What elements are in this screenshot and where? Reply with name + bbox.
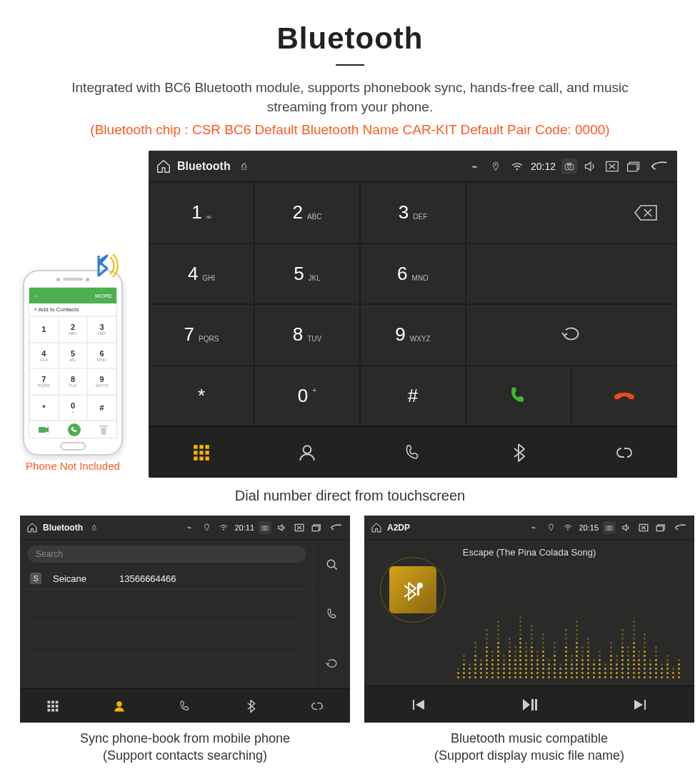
contact-name: Seicane: [53, 573, 86, 584]
svg-rect-18: [205, 456, 209, 460]
prev-track-button[interactable]: [364, 686, 474, 723]
svg-rect-44: [417, 585, 419, 595]
dialer-topbar: Bluetooth ⎙ ⌁ 20:12: [149, 151, 677, 182]
svg-rect-35: [56, 708, 59, 711]
key-star[interactable]: *: [149, 366, 254, 427]
tab-dialpad[interactable]: [149, 427, 254, 478]
key-call[interactable]: [466, 366, 571, 427]
phone-call-icon: [67, 423, 81, 437]
side-call-icon[interactable]: [313, 590, 350, 639]
contact-initial-badge: S: [30, 573, 41, 584]
phone-illustration: ← MORE + Add to Contacts 1 2ABC 3DEF 4GH…: [13, 270, 133, 478]
volume-icon[interactable]: [276, 521, 289, 534]
svg-rect-9: [628, 164, 637, 171]
svg-point-36: [116, 701, 122, 707]
screenshot-icon[interactable]: [603, 521, 616, 534]
key-redial[interactable]: [466, 304, 677, 366]
back-icon[interactable]: [671, 521, 689, 534]
tab-pair[interactable]: [571, 427, 677, 478]
svg-rect-14: [199, 451, 203, 454]
usb-icon: ⎙: [236, 159, 252, 174]
contacts-topbar: Bluetooth ⎙ ⌁ 20:11: [20, 516, 350, 540]
clock-label: 20:15: [579, 523, 599, 532]
key-3[interactable]: 3DEF: [360, 182, 466, 243]
svg-rect-46: [531, 699, 534, 710]
volume-icon[interactable]: [620, 521, 633, 534]
phone-not-included-label: Phone Not Included: [13, 460, 133, 472]
svg-rect-28: [51, 700, 54, 703]
key-blank-row2: [466, 243, 677, 305]
volume-icon[interactable]: [583, 159, 599, 174]
phone-back-icon: ←: [34, 293, 39, 299]
home-icon[interactable]: [370, 521, 383, 534]
next-track-button[interactable]: [584, 686, 694, 723]
svg-rect-17: [199, 456, 203, 460]
screen-title: Bluetooth: [177, 160, 231, 173]
phone-add-contacts: + Add to Contacts: [29, 303, 116, 316]
key-2[interactable]: 2ABC: [254, 182, 360, 243]
side-search-icon[interactable]: [313, 540, 350, 589]
music-caption-1: Bluetooth music compatible: [364, 730, 694, 747]
tab-history[interactable]: [360, 427, 466, 478]
back-icon[interactable]: [647, 159, 670, 174]
svg-point-26: [327, 560, 335, 568]
svg-rect-27: [48, 700, 51, 703]
key-1[interactable]: 1∞: [149, 182, 254, 243]
key-backspace[interactable]: [466, 182, 677, 243]
key-5[interactable]: 5JKL: [254, 243, 360, 305]
svg-point-2: [495, 164, 496, 165]
page-description: Integrated with BC6 Bluetooth module, su…: [43, 79, 657, 116]
tab-pair[interactable]: [284, 689, 350, 723]
tab-bluetooth[interactable]: [218, 689, 284, 723]
tab-history[interactable]: [152, 689, 218, 723]
play-pause-button[interactable]: [474, 686, 584, 723]
bluetooth-status-icon: ⌁: [466, 159, 482, 174]
svg-rect-11: [199, 445, 203, 448]
key-9[interactable]: 9WXYZ: [360, 304, 466, 366]
music-caption-2: (Support display music file name): [364, 747, 694, 764]
key-hangup[interactable]: [571, 366, 677, 427]
svg-point-39: [608, 526, 610, 528]
svg-rect-30: [48, 705, 51, 708]
phone-delete-icon: [99, 425, 108, 435]
screen-title: Bluetooth: [43, 523, 83, 533]
key-0[interactable]: 0+: [254, 366, 360, 427]
key-8[interactable]: 8TUV: [254, 304, 360, 366]
wifi-icon: [509, 159, 525, 174]
key-7[interactable]: 7PQRS: [149, 304, 254, 366]
close-screen-icon[interactable]: [637, 521, 650, 534]
contacts-caption-2: (Support contacts searching): [20, 747, 350, 764]
key-6[interactable]: 6MNO: [360, 243, 466, 305]
svg-rect-48: [644, 700, 646, 710]
tab-contacts[interactable]: [254, 427, 360, 478]
tab-bluetooth[interactable]: [466, 427, 571, 478]
search-input[interactable]: Search: [27, 546, 306, 563]
phone-keypad: 1 2ABC 3DEF 4GHI 5JKL 6MNO 7PQRS 8TUV 9W…: [29, 316, 116, 421]
recent-apps-icon[interactable]: [310, 521, 323, 534]
page-title: Bluetooth: [0, 21, 700, 56]
clock-label: 20:12: [531, 161, 556, 172]
key-4[interactable]: 4GHI: [149, 243, 254, 305]
bluetooth-status-icon: ⌁: [527, 521, 540, 534]
dialer-screen: Bluetooth ⎙ ⌁ 20:12: [149, 151, 677, 478]
home-icon[interactable]: [156, 159, 171, 174]
contact-row[interactable]: S Seicane 13566664466: [20, 568, 313, 589]
usb-icon: ⎙: [87, 521, 100, 534]
close-screen-icon[interactable]: [293, 521, 306, 534]
svg-rect-47: [535, 699, 537, 710]
tab-contacts[interactable]: [86, 689, 151, 723]
screenshot-icon[interactable]: [561, 159, 577, 174]
tab-dialpad[interactable]: [20, 689, 86, 723]
key-hash[interactable]: #: [360, 366, 466, 427]
back-icon[interactable]: [327, 521, 344, 534]
title-underline: [336, 64, 364, 66]
recent-apps-icon[interactable]: [654, 521, 667, 534]
home-icon[interactable]: [26, 521, 39, 534]
svg-rect-42: [656, 526, 663, 531]
recent-apps-icon[interactable]: [626, 159, 641, 174]
side-sync-icon[interactable]: [313, 639, 350, 688]
screenshot-icon[interactable]: [259, 521, 271, 534]
close-screen-icon[interactable]: [604, 159, 620, 174]
svg-rect-0: [39, 427, 46, 433]
svg-rect-32: [56, 705, 59, 708]
